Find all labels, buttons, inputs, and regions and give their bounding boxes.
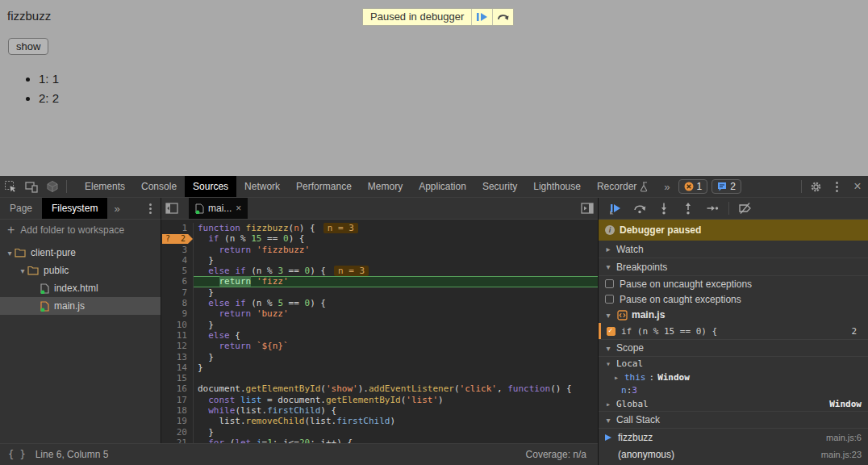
more-navigator-tabs-button[interactable]: » (107, 198, 126, 219)
tab-filesystem[interactable]: Filesystem (42, 198, 107, 219)
device-toolbar-button[interactable] (21, 176, 42, 197)
line-number[interactable]: 5 (161, 266, 194, 276)
errors-badge[interactable]: 1 (678, 179, 708, 194)
close-tab-icon[interactable]: × (236, 203, 241, 214)
line-number[interactable]: 8 (161, 298, 194, 308)
call-stack-frame[interactable]: fizzbuzzmain.js:6 (599, 429, 868, 446)
layers-cube-button[interactable] (42, 176, 63, 197)
scope-section-header[interactable]: ▾ Scope (599, 339, 868, 357)
tab-page[interactable]: Page (0, 198, 42, 219)
code-editor[interactable]: 1function fizzbuzz(n) {n = 3?2 if (n % 1… (161, 220, 598, 443)
toggle-navigator-button[interactable] (161, 198, 182, 219)
line-number[interactable]: 15 (161, 373, 194, 383)
breakpoint-marker[interactable]: ?2 (161, 233, 194, 244)
line-number[interactable]: 1 (161, 223, 194, 233)
call-stack-frame[interactable]: (anonymous)main.js:23 (599, 446, 868, 463)
line-number[interactable]: 21 (161, 438, 194, 443)
scope-global-group[interactable]: ▸ Global Window (599, 396, 868, 411)
breakpoints-section-header[interactable]: ▾ Breakpoints (599, 258, 868, 276)
code-text: } (194, 427, 598, 438)
tab-elements[interactable]: Elements (77, 176, 133, 197)
line-number[interactable]: 6 (161, 276, 194, 287)
line-number[interactable]: 11 (161, 330, 194, 341)
navigator-tab-bar: Page Filesystem » (0, 198, 161, 220)
deactivate-breakpoints-button[interactable] (735, 199, 756, 217)
pause-uncaught-row[interactable]: Pause on uncaught exceptions (599, 276, 868, 291)
callstack-section-header[interactable]: ▾ Call Stack (599, 411, 868, 429)
pretty-print-button[interactable]: { } (8, 449, 26, 460)
tree-item-public[interactable]: ▾public (0, 262, 161, 279)
code-line: 7 } (161, 287, 598, 298)
step-over-icon (497, 12, 509, 22)
tab-console[interactable]: Console (133, 176, 185, 197)
breakpoint-condition: if (n % 15 == 0) { (621, 326, 717, 337)
more-panels-button[interactable]: » (657, 176, 676, 197)
tree-item-client-pure[interactable]: ▾client-pure (0, 244, 161, 262)
add-folder-button[interactable]: + Add folder to workspace (0, 220, 161, 241)
issues-badge[interactable]: 2 (712, 179, 741, 194)
tab-performance[interactable]: Performance (288, 176, 360, 197)
line-number[interactable]: 9 (161, 308, 194, 319)
pause-caught-row[interactable]: Pause on caught exceptions (599, 291, 868, 307)
tab-security[interactable]: Security (474, 176, 525, 197)
editor-tab-main-js[interactable]: mai... × (189, 198, 248, 219)
line-number[interactable]: 19 (161, 416, 194, 426)
step-out-button[interactable] (678, 199, 699, 217)
show-button[interactable]: show (8, 38, 48, 55)
pause-caught-checkbox[interactable] (605, 295, 614, 304)
breakpoint-entry[interactable]: if (n % 15 == 0) { 2 (599, 323, 868, 339)
line-number[interactable]: 14 (161, 362, 194, 373)
scope-this-row[interactable]: ▸ this: Window (599, 371, 868, 383)
settings-button[interactable] (805, 181, 826, 193)
close-devtools-button[interactable]: × (847, 179, 868, 194)
tree-item-main-js[interactable]: main.js (0, 297, 161, 315)
resume-script-button[interactable] (471, 9, 492, 25)
line-number[interactable]: 7 (161, 287, 194, 298)
line-number[interactable]: 18 (161, 405, 194, 416)
tab-memory[interactable]: Memory (360, 176, 411, 197)
code-line: 4 } (161, 255, 598, 266)
tab-label: Lighthouse (533, 181, 581, 192)
watch-section-header[interactable]: ▸ Watch (599, 241, 868, 258)
line-number[interactable]: 10 (161, 320, 194, 330)
panel-left-toggle-icon (165, 203, 178, 214)
step-over-button[interactable] (629, 199, 650, 217)
tab-recorder[interactable]: Recorder (589, 176, 657, 197)
breakpoint-file-group[interactable]: ▾ main.js (599, 307, 868, 323)
editor-tab-bar: mai... × (161, 198, 598, 220)
step-into-button[interactable] (653, 199, 674, 217)
step-button[interactable] (702, 199, 723, 217)
tab-label: Application (419, 181, 466, 192)
line-number[interactable]: 17 (161, 395, 194, 405)
code-line: 19 list.removeChild(list.firstChild) (161, 416, 598, 426)
breakpoint-checkbox[interactable] (607, 327, 616, 336)
scope-n-row[interactable]: n: 3 (599, 383, 868, 396)
tab-network[interactable]: Network (236, 176, 288, 197)
code-line: 8 else if (n % 5 == 0) { (161, 298, 598, 308)
inspect-element-button[interactable] (0, 176, 21, 197)
navigator-menu-button[interactable] (140, 198, 161, 219)
tab-sources[interactable]: Sources (185, 176, 236, 197)
scope-local-group[interactable]: ▾ Local (599, 357, 868, 371)
tab-application[interactable]: Application (411, 176, 474, 197)
device-toolbar-icon (25, 180, 38, 193)
line-number[interactable]: 16 (161, 383, 194, 394)
devtools-menu-button[interactable] (826, 182, 847, 192)
step-into-icon (657, 202, 670, 215)
chevron-right-icon: ▸ (603, 400, 613, 408)
resume-button[interactable] (605, 199, 626, 217)
scope-key: n (621, 385, 627, 396)
tree-item-index-html[interactable]: index.html (0, 279, 161, 297)
line-number[interactable]: 3 (161, 245, 194, 255)
tab-lighthouse[interactable]: Lighthouse (525, 176, 589, 197)
line-number[interactable]: 13 (161, 352, 194, 362)
step-over-icon (633, 202, 646, 215)
line-number[interactable]: 12 (161, 341, 194, 351)
line-number[interactable]: 4 (161, 255, 194, 266)
code-text: return `${n}` (194, 341, 598, 351)
line-number[interactable]: 20 (161, 427, 194, 438)
toggle-debugger-sidebar-button[interactable] (577, 198, 598, 219)
conditional-breakpoint-icon: ?2 (162, 234, 193, 244)
step-over-banner-button[interactable] (492, 9, 513, 25)
pause-uncaught-checkbox[interactable] (605, 279, 614, 288)
